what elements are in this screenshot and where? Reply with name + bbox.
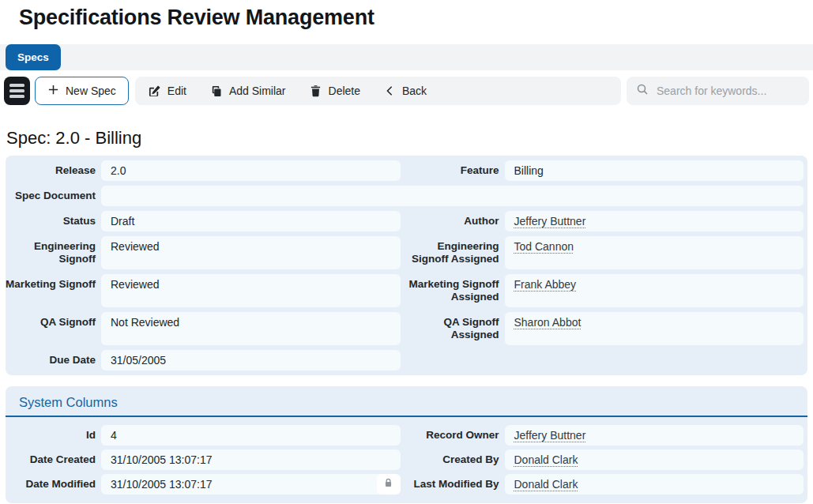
copy-icon <box>210 85 222 97</box>
field-label-date-modified: Date Modified <box>6 474 96 495</box>
field-row: QA Signoff Not Reviewed QA Signoff Assig… <box>6 312 804 345</box>
record-owner-link[interactable]: Jeffery Buttner <box>514 429 586 442</box>
field-label-marketing-signoff: Marketing Signoff <box>6 274 96 307</box>
field-row: Release 2.0 Feature Billing <box>6 160 804 181</box>
field-label-record-owner: Record Owner <box>406 425 499 446</box>
back-button[interactable]: Back <box>372 77 438 105</box>
field-row: Id 4 Record Owner Jeffery Buttner <box>6 425 804 446</box>
field-value-author: Jeffery Buttner <box>505 211 804 231</box>
field-row: Marketing Signoff Reviewed Marketing Sig… <box>6 274 804 307</box>
field-row: Spec Document <box>6 186 804 206</box>
delete-label: Delete <box>329 85 360 97</box>
field-value-id: 4 <box>101 425 401 446</box>
add-similar-button[interactable]: Add Similar <box>198 77 298 105</box>
field-value-record-owner: Jeffery Buttner <box>505 425 804 446</box>
last-modified-by-link[interactable]: Donald Clark <box>514 478 578 491</box>
tab-specs[interactable]: Specs <box>6 44 61 70</box>
plus-icon <box>47 84 59 98</box>
back-label: Back <box>402 85 427 97</box>
trash-icon <box>310 85 322 97</box>
field-value-status: Draft <box>101 211 401 231</box>
menu-icon <box>9 84 24 87</box>
field-label-due-date: Due Date <box>6 350 96 370</box>
field-label-author: Author <box>406 211 499 231</box>
field-row: Status Draft Author Jeffery Buttner <box>6 211 804 231</box>
field-row: Date Modified 31/10/2005 13:07:17 Last M… <box>6 474 804 495</box>
delete-button[interactable]: Delete <box>298 77 372 105</box>
edit-label: Edit <box>167 85 186 97</box>
field-value-date-modified: 31/10/2005 13:07:17 <box>101 474 401 495</box>
field-label-id: Id <box>6 425 96 446</box>
field-value-last-modified-by: Donald Clark <box>505 474 804 495</box>
search-input[interactable] <box>657 85 800 97</box>
field-value-engineering-signoff: Reviewed <box>101 236 401 269</box>
search-icon <box>636 83 649 99</box>
field-label-last-modified-by: Last Modified By <box>406 474 499 495</box>
field-row: Date Created 31/10/2005 13:07:17 Created… <box>6 449 804 470</box>
system-columns-heading: System Columns <box>6 386 807 410</box>
field-row: Due Date 31/05/2005 <box>6 350 804 370</box>
author-link[interactable]: Jeffery Buttner <box>514 215 586 228</box>
field-value-qa-signoff: Not Reviewed <box>101 312 401 345</box>
page-title: Specifications Review Management <box>0 0 813 32</box>
field-label-marketing-signoff-assigned: Marketing Signoff Assigned <box>406 274 499 307</box>
toolbar: New Spec Edit Add Similar Delete <box>0 77 813 105</box>
field-label-qa-signoff: QA Signoff <box>6 312 96 345</box>
field-value-marketing-signoff-assigned: Frank Abbey <box>505 274 804 307</box>
search-box <box>627 77 809 105</box>
field-label-created-by: Created By <box>406 449 499 470</box>
field-value-date-created: 31/10/2005 13:07:17 <box>101 449 401 470</box>
field-label-spec-document: Spec Document <box>6 186 96 206</box>
edit-icon <box>149 85 160 97</box>
created-by-link[interactable]: Donald Clark <box>514 453 578 466</box>
field-label-engineering-signoff-assigned: Engineering Signoff Assigned <box>406 236 499 269</box>
add-similar-label: Add Similar <box>229 85 286 97</box>
field-value-qa-signoff-assigned: Sharon Abbot <box>505 312 804 345</box>
lock-badge <box>377 474 401 495</box>
field-label-release: Release <box>6 160 96 181</box>
field-value-spec-document <box>101 186 804 206</box>
spec-detail-panel: Release 2.0 Feature Billing Spec Documen… <box>6 156 807 375</box>
field-value-due-date: 31/05/2005 <box>101 350 401 370</box>
field-label-engineering-signoff: Engineering Signoff <box>6 236 96 269</box>
new-spec-button[interactable]: New Spec <box>35 77 129 105</box>
field-label-status: Status <box>6 211 96 231</box>
field-value-release: 2.0 <box>101 160 401 181</box>
record-heading: Spec: 2.0 - Billing <box>6 128 813 149</box>
tab-strip: Specs <box>0 44 813 70</box>
action-bar: Edit Add Similar Delete Back <box>135 77 621 105</box>
field-value-marketing-signoff: Reviewed <box>101 274 401 307</box>
system-columns-panel: System Columns Id 4 Record Owner Jeffery… <box>6 386 807 503</box>
qa-signoff-assigned-link[interactable]: Sharon Abbot <box>514 316 582 329</box>
menu-button[interactable] <box>4 77 30 105</box>
field-label-date-created: Date Created <box>6 449 96 470</box>
engineering-signoff-assigned-link[interactable]: Tod Cannon <box>514 240 574 253</box>
field-row: Engineering Signoff Reviewed Engineering… <box>6 236 804 269</box>
field-value-created-by: Donald Clark <box>505 449 804 470</box>
field-label-qa-signoff-assigned: QA Signoff Assigned <box>406 312 499 345</box>
marketing-signoff-assigned-link[interactable]: Frank Abbey <box>514 278 577 291</box>
field-value-engineering-signoff-assigned: Tod Cannon <box>505 236 804 269</box>
new-spec-label: New Spec <box>66 85 116 97</box>
chevron-left-icon <box>384 85 395 96</box>
field-value-feature: Billing <box>505 160 804 181</box>
lock-icon <box>383 477 393 491</box>
field-label-feature: Feature <box>406 160 499 181</box>
page: Specifications Review Management Specs N… <box>0 0 813 504</box>
edit-button[interactable]: Edit <box>137 77 198 105</box>
